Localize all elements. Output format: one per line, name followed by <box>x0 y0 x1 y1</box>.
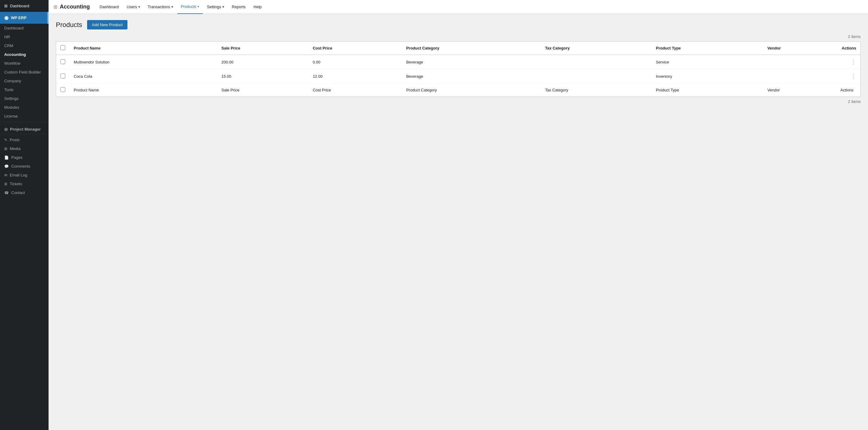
row-0-product-category: Beverage <box>402 55 540 69</box>
th-sale-price: Sale Price <box>217 41 309 55</box>
sidebar: ⊞ Dashboard ◉ WP ERP DashboardHRCRMAccou… <box>0 0 49 430</box>
topnav-item-products[interactable]: Products▾ <box>177 0 203 14</box>
table-row: Coca Cola 15.00 12.00 Beverage Inventory… <box>56 69 860 84</box>
sidebar-item-modules[interactable]: Modules <box>0 103 49 112</box>
topnav-item-transactions[interactable]: Transactions▾ <box>144 0 177 14</box>
topnav-item-users-label: Users <box>127 5 137 9</box>
topnav-item-settings-label: Settings <box>207 5 221 9</box>
sidebar-item-contact-label: Contact <box>11 191 25 195</box>
table-row: Multivendor Solution 200.00 0.00 Beverag… <box>56 55 860 69</box>
posts-icon: ✎ <box>4 138 7 142</box>
topnav-item-dashboard[interactable]: Dashboard <box>96 0 123 14</box>
topnav-products-chevron-icon: ▾ <box>197 5 199 8</box>
row-0-product-type: Service <box>652 55 763 69</box>
items-count-top: 2 items <box>56 34 861 39</box>
add-new-product-button[interactable]: Add New Product <box>87 20 127 29</box>
sidebar-item-crm[interactable]: CRM <box>0 41 49 50</box>
row-0-sale-price: 200.00 <box>217 55 309 69</box>
table-header: Product Name Sale Price Cost Price Produ… <box>56 41 860 55</box>
pages-icon: 📄 <box>4 155 9 160</box>
topnav-transactions-chevron-icon: ▾ <box>172 5 173 8</box>
sidebar-item-comments[interactable]: 💬Comments <box>0 162 49 171</box>
th-checkbox <box>56 41 69 55</box>
row-0-actions-menu-button[interactable]: ⋮ <box>840 59 856 65</box>
tfoot-cost-price: Cost Price <box>308 84 402 97</box>
topnav-item-help[interactable]: Help <box>250 0 265 14</box>
tfoot-checkbox <box>56 84 69 97</box>
sidebar-item-custom-field-builder[interactable]: Custom Field Builder <box>0 68 49 77</box>
row-1-product-name: Coca Cola <box>69 69 217 84</box>
tfoot-actions: Actions <box>836 84 860 97</box>
row-1-product-type: Inventory <box>652 69 763 84</box>
sidebar-item-comments-label: Comments <box>11 164 30 169</box>
sidebar-item-contact[interactable]: ☎Contact <box>0 188 49 197</box>
sidebar-item-email-log-label: Email Log <box>10 173 27 177</box>
wp-erp-icon: ◉ <box>4 15 8 21</box>
th-cost-price: Cost Price <box>308 41 402 55</box>
topnav-items: DashboardUsers▾Transactions▾Products▾Set… <box>96 0 863 14</box>
page-title: Products <box>56 21 82 29</box>
topnav-item-settings[interactable]: Settings▾ <box>203 0 228 14</box>
sidebar-item-media[interactable]: ⊞Media <box>0 144 49 153</box>
sidebar-item-tickets[interactable]: ⊞Tickets <box>0 179 49 188</box>
tfoot-vendor: Vendor <box>763 84 836 97</box>
topnav-item-products-label: Products <box>181 4 196 9</box>
sidebar-item-tools[interactable]: Tools <box>0 85 49 94</box>
sidebar-wp-erp[interactable]: ◉ WP ERP <box>0 12 49 24</box>
row-0-vendor <box>763 55 836 69</box>
th-product-category: Product Category <box>402 41 540 55</box>
sidebar-item-email-log[interactable]: ✉Email Log <box>0 171 49 179</box>
topnav-item-dashboard-label: Dashboard <box>99 5 119 9</box>
row-checkbox-cell <box>56 69 69 84</box>
tfoot-tax-category: Tax Category <box>541 84 652 97</box>
sidebar-project-manager[interactable]: ◎ Project Manager <box>0 123 49 133</box>
topnav-item-reports[interactable]: Reports <box>228 0 249 14</box>
sidebar-dashboard-label: Dashboard <box>10 4 29 8</box>
topnav-brand-name: Accounting <box>60 4 90 10</box>
th-tax-category: Tax Category <box>541 41 652 55</box>
sidebar-nav: DashboardHRCRMAccountingWorkflowCustom F… <box>0 24 49 120</box>
row-1-sale-price: 15.00 <box>217 69 309 84</box>
sidebar-item-pages[interactable]: 📄Pages <box>0 153 49 162</box>
select-all-checkbox[interactable] <box>60 45 65 50</box>
sidebar-item-tickets-label: Tickets <box>10 181 22 186</box>
sidebar-item-license[interactable]: License <box>0 112 49 120</box>
th-actions: Actions <box>836 41 860 55</box>
row-0-tax-category <box>541 55 652 69</box>
tfoot-product-type: Product Type <box>652 84 763 97</box>
row-1-actions-menu-button[interactable]: ⋮ <box>840 73 856 80</box>
sidebar-item-dashboard-top[interactable]: ⊞ Dashboard <box>0 0 49 12</box>
sidebar-item-posts-label: Posts <box>10 138 20 142</box>
row-1-vendor <box>763 69 836 84</box>
table-body: Multivendor Solution 200.00 0.00 Beverag… <box>56 55 860 84</box>
contact-icon: ☎ <box>4 191 9 195</box>
select-all-bottom-checkbox[interactable] <box>60 87 65 92</box>
sidebar-item-company[interactable]: Company <box>0 77 49 85</box>
products-table-container: Product Name Sale Price Cost Price Produ… <box>56 41 861 97</box>
topnav-item-users[interactable]: Users▾ <box>123 0 144 14</box>
items-count-bottom: 2 items <box>56 99 861 104</box>
row-1-checkbox[interactable] <box>60 74 65 78</box>
sidebar-item-pages-label: Pages <box>11 155 23 160</box>
row-0-checkbox[interactable] <box>60 59 65 64</box>
tfoot-sale-price: Sale Price <box>217 84 309 97</box>
sidebar-item-settings[interactable]: Settings <box>0 94 49 103</box>
tfoot-product-name: Product Name <box>69 84 217 97</box>
media-icon: ⊞ <box>4 147 7 151</box>
sidebar-item-posts[interactable]: ✎Posts <box>0 136 49 144</box>
page-header: Products Add New Product <box>56 20 861 29</box>
page-content: Products Add New Product 2 items Product… <box>49 14 868 430</box>
row-checkbox-cell <box>56 55 69 69</box>
brand-icon: ⊞ <box>54 4 57 10</box>
th-product-type: Product Type <box>652 41 763 55</box>
products-table: Product Name Sale Price Cost Price Produ… <box>56 41 860 96</box>
row-0-actions-cell: ⋮ <box>836 55 860 69</box>
tfoot-product-category: Product Category <box>402 84 540 97</box>
topnav-item-reports-label: Reports <box>232 5 246 9</box>
sidebar-item-dashboard[interactable]: Dashboard <box>0 24 49 32</box>
email-log-icon: ✉ <box>4 173 7 177</box>
sidebar-item-workflow[interactable]: Workflow <box>0 59 49 68</box>
top-navigation: ⊞ Accounting DashboardUsers▾Transactions… <box>49 0 868 14</box>
sidebar-item-hr[interactable]: HR <box>0 32 49 41</box>
sidebar-item-accounting[interactable]: Accounting <box>0 50 49 59</box>
